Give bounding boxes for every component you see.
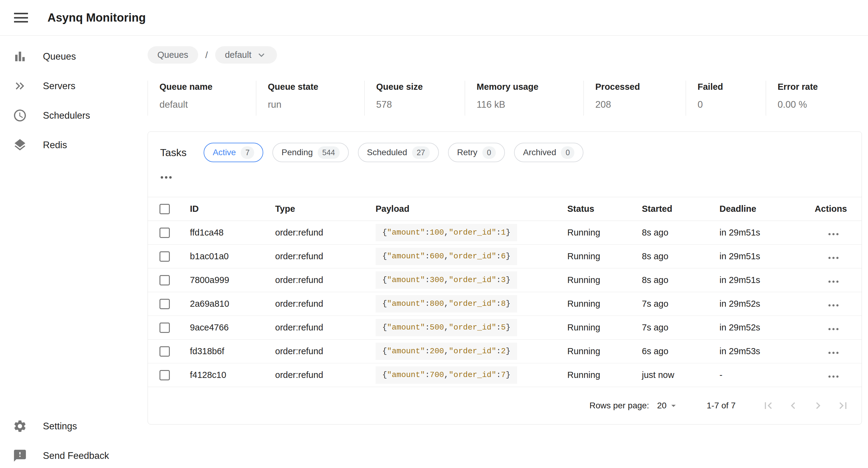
row-actions-ellipsis-icon[interactable] <box>827 254 840 262</box>
rows-per-page-select[interactable]: 20 <box>657 401 679 411</box>
stat-queue-size: Queue size 578 <box>364 81 465 116</box>
layers-icon <box>13 138 27 152</box>
sidebar-item-send-feedback[interactable]: Send Feedback <box>0 441 147 468</box>
col-header-id: ID <box>190 197 275 221</box>
table-header-row: ID Type Payload Status Started Deadline … <box>148 197 862 221</box>
table-row: b1ac01a0 order:refund {"amount":600,"ord… <box>148 245 862 269</box>
first-page-icon[interactable] <box>756 397 781 415</box>
task-status: Running <box>567 340 642 363</box>
chevron-right-icon[interactable] <box>806 397 831 415</box>
chevron-left-icon[interactable] <box>781 397 806 415</box>
row-checkbox[interactable] <box>159 322 170 333</box>
task-state-tabs: Active 7 Pending 544 Scheduled 27 Retry … <box>204 143 583 162</box>
tasks-card: Tasks Active 7 Pending 544 Scheduled 27 … <box>148 131 862 425</box>
task-deadline: in 29m53s <box>719 340 805 363</box>
feedback-icon <box>13 448 27 463</box>
row-checkbox[interactable] <box>159 346 170 356</box>
task-started: just now <box>642 363 719 387</box>
row-checkbox[interactable] <box>159 370 170 380</box>
tab-count-badge: 544 <box>318 146 340 159</box>
tab-scheduled[interactable]: Scheduled 27 <box>358 143 439 162</box>
task-id: fd318b6f <box>190 340 275 363</box>
sidebar-item-queues[interactable]: Queues <box>0 42 147 71</box>
stat-value: 0 <box>698 99 760 110</box>
double-chevron-right-icon <box>13 79 27 93</box>
sidebar-item-schedulers[interactable]: Schedulers <box>0 101 147 130</box>
stat-label: Error rate <box>778 82 856 92</box>
col-header-deadline: Deadline <box>719 197 805 221</box>
sidebar-item-servers[interactable]: Servers <box>0 71 147 101</box>
task-started: 8s ago <box>642 245 719 269</box>
stat-processed: Processed 208 <box>583 81 686 116</box>
sidebar-item-label: Queues <box>43 51 76 62</box>
sidebar-item-settings[interactable]: Settings <box>0 411 147 441</box>
stat-label: Queue size <box>376 82 459 92</box>
last-page-icon[interactable] <box>831 397 856 415</box>
row-actions-ellipsis-icon[interactable] <box>827 349 840 357</box>
row-checkbox[interactable] <box>159 228 170 238</box>
row-actions-ellipsis-icon[interactable] <box>827 325 840 333</box>
hamburger-menu-icon[interactable] <box>14 13 28 23</box>
stat-error-rate: Error rate 0.00 % <box>766 81 862 116</box>
stat-value: run <box>268 99 358 110</box>
row-checkbox[interactable] <box>159 299 170 309</box>
task-id: 7800a999 <box>190 269 275 292</box>
tab-active[interactable]: Active 7 <box>204 143 263 162</box>
select-all-checkbox[interactable] <box>159 204 170 214</box>
task-started: 8s ago <box>642 221 719 245</box>
task-id: ffd1ca48 <box>190 221 275 245</box>
task-started: 7s ago <box>642 292 719 316</box>
sidebar-item-redis[interactable]: Redis <box>0 130 147 160</box>
stat-queue-state: Queue state run <box>256 81 364 116</box>
task-deadline: in 29m52s <box>719 316 805 340</box>
task-status: Running <box>567 316 642 340</box>
row-checkbox[interactable] <box>159 275 170 285</box>
stat-queue-name: Queue name default <box>148 81 256 116</box>
tab-pending[interactable]: Pending 544 <box>272 143 348 162</box>
chevron-down-icon <box>256 49 267 61</box>
task-type: order:refund <box>275 269 376 292</box>
task-deadline: in 29m51s <box>719 269 805 292</box>
row-actions-ellipsis-icon[interactable] <box>827 301 840 309</box>
stat-label: Queue name <box>159 82 250 92</box>
horizontal-ellipsis-icon[interactable] <box>161 171 178 184</box>
tab-count-badge: 0 <box>483 146 496 159</box>
task-deadline: in 29m51s <box>719 245 805 269</box>
row-checkbox[interactable] <box>159 251 170 262</box>
rows-per-page-label: Rows per page: <box>590 401 649 410</box>
row-actions-ellipsis-icon[interactable] <box>827 278 840 286</box>
table-pagination: Rows per page: 20 1-7 of 7 <box>148 387 862 424</box>
task-id: 9ace4766 <box>190 316 275 340</box>
breadcrumb: Queues / default <box>148 46 277 64</box>
gear-icon <box>13 419 27 433</box>
breadcrumb-root-label: Queues <box>157 50 188 60</box>
task-payload: {"amount":700,"order_id":7} <box>376 366 517 384</box>
task-payload: {"amount":600,"order_id":6} <box>376 248 517 266</box>
sidebar-item-label: Settings <box>43 421 77 432</box>
table-row: f4128c10 order:refund {"amount":700,"ord… <box>148 363 862 387</box>
stat-label: Failed <box>698 82 760 92</box>
task-type: order:refund <box>275 363 376 387</box>
rows-per-page-value: 20 <box>657 401 666 410</box>
breadcrumb-queues-chip[interactable]: Queues <box>148 46 198 64</box>
tab-retry[interactable]: Retry 0 <box>448 143 505 162</box>
stat-memory-usage: Memory usage 116 kB <box>465 81 583 116</box>
tasks-title: Tasks <box>160 147 187 159</box>
breadcrumb-queue-select[interactable]: default <box>215 46 277 64</box>
task-status: Running <box>567 245 642 269</box>
pagination-range: 1-7 of 7 <box>707 401 736 410</box>
task-status: Running <box>567 269 642 292</box>
app-header: Asynq Monitoring <box>0 0 868 36</box>
bar-chart-icon <box>13 49 27 64</box>
tab-archived[interactable]: Archived 0 <box>514 143 584 162</box>
tab-label: Archived <box>523 148 556 157</box>
stat-label: Memory usage <box>476 82 577 92</box>
row-actions-ellipsis-icon[interactable] <box>827 230 840 238</box>
clock-icon <box>13 108 27 123</box>
task-payload: {"amount":200,"order_id":2} <box>376 343 517 360</box>
breadcrumb-separator: / <box>206 50 208 60</box>
sidebar: Queues Servers Schedulers Redis Settings… <box>0 36 147 468</box>
col-header-actions: Actions <box>805 197 862 221</box>
task-id: f4128c10 <box>190 363 275 387</box>
row-actions-ellipsis-icon[interactable] <box>827 372 840 381</box>
